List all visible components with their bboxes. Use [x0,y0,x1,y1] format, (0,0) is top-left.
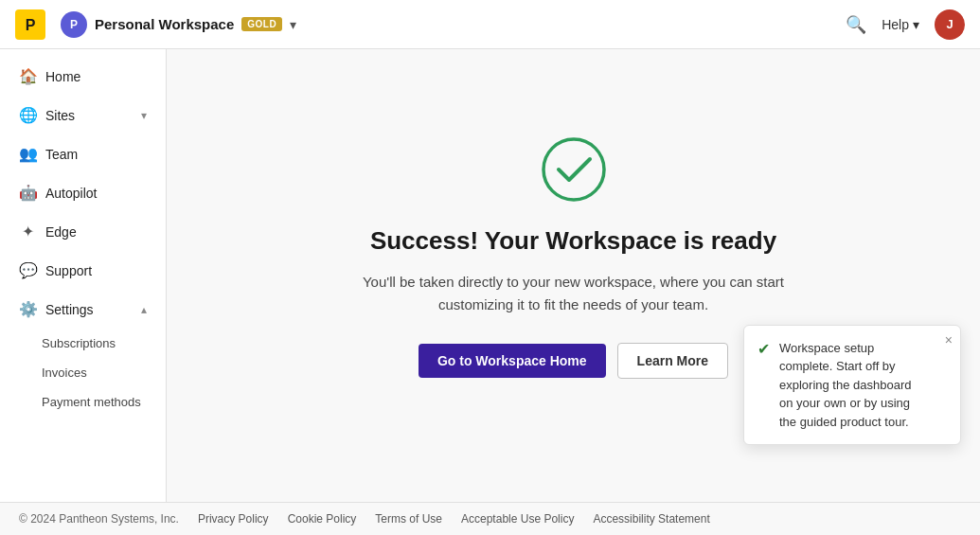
sidebar-label-support: Support [45,263,92,278]
sidebar-label-autopilot: Autopilot [45,186,97,201]
footer-cookie-policy[interactable]: Cookie Policy [288,512,357,526]
footer-copyright: © 2024 Pantheon Systems, Inc. [19,512,179,526]
sidebar-label-edge: Edge [45,224,77,240]
sidebar-item-settings-left: ⚙️ Settings [19,300,94,318]
footer-privacy-policy[interactable]: Privacy Policy [198,512,269,526]
footer-acceptable-use[interactable]: Acceptable Use Policy [461,512,574,526]
toast-close-button[interactable]: × [945,333,953,347]
home-icon: 🏠 [19,67,36,85]
autopilot-icon: 🤖 [19,184,36,202]
sidebar-label-settings: Settings [45,302,94,317]
edge-icon: ✦ [19,223,36,241]
workspace-name: Personal Workspace [95,16,234,32]
sites-icon: 🌐 [19,106,36,124]
search-icon[interactable]: 🔍 [846,14,866,35]
sidebar-item-team[interactable]: 👥 Team [4,135,162,172]
workspace-chevron-icon[interactable]: ▾ [290,17,296,32]
invoices-label: Invoices [42,366,87,380]
svg-text:P: P [26,17,36,33]
success-icon-container [540,135,608,207]
sidebar-item-edge[interactable]: ✦ Edge [4,213,162,250]
header-right: 🔍 Help ▾ J [846,9,965,40]
success-checkmark-icon [540,135,608,204]
layout: 🏠 Home 🌐 Sites ▾ 👥 Team 🤖 Autopilot ✦ Ed… [0,49,980,502]
main-content: Success! Your Workspace is ready You'll … [167,49,980,502]
settings-icon: ⚙️ [19,300,36,318]
team-icon: 👥 [19,145,36,163]
sidebar-item-support[interactable]: 💬 Support [4,252,162,289]
header: P P Personal Workspace GOLD ▾ 🔍 Help ▾ J [0,0,980,49]
sidebar-item-sites[interactable]: 🌐 Sites ▾ [4,97,162,134]
success-title: Success! Your Workspace is ready [370,226,776,256]
footer-terms-of-use[interactable]: Terms of Use [375,512,442,526]
sidebar-item-settings[interactable]: ⚙️ Settings ▴ [4,291,162,328]
sidebar-label-team: Team [45,147,78,162]
sidebar-label-sites: Sites [45,108,75,123]
user-avatar[interactable]: J [935,9,965,40]
payment-methods-label: Payment methods [42,395,141,409]
action-buttons: Go to Workspace Home Learn More [419,343,728,379]
sidebar-item-autopilot[interactable]: 🤖 Autopilot [4,174,162,211]
toast-check-icon: ✔ [757,340,770,358]
pantheon-logo: P [15,9,45,40]
sidebar-item-invoices[interactable]: Invoices [0,358,166,387]
sidebar-item-home[interactable]: 🏠 Home [4,58,162,95]
logo[interactable]: P [15,9,45,40]
svg-point-2 [543,139,604,200]
help-chevron-icon: ▾ [913,17,919,32]
footer: © 2024 Pantheon Systems, Inc. Privacy Po… [0,502,980,535]
learn-more-button[interactable]: Learn More [617,343,728,379]
success-description: You'll be taken directly to your new wor… [347,271,801,316]
sidebar-label-home: Home [45,69,80,84]
workspace-selector[interactable]: P Personal Workspace GOLD ▾ [61,11,846,38]
workspace-avatar: P [61,11,87,38]
gold-badge: GOLD [241,17,282,31]
sidebar-item-sites-left: 🌐 Sites [19,106,75,124]
footer-accessibility[interactable]: Accessibility Statement [593,512,709,526]
sidebar-item-subscriptions[interactable]: Subscriptions [0,329,166,358]
toast-message: Workspace setup complete. Start off by e… [779,339,926,432]
support-icon: 💬 [19,261,36,279]
help-button[interactable]: Help ▾ [882,17,919,32]
sidebar: 🏠 Home 🌐 Sites ▾ 👥 Team 🤖 Autopilot ✦ Ed… [0,49,167,502]
help-label: Help [882,17,909,32]
toast-notification: ✔ Workspace setup complete. Start off by… [743,325,961,446]
sidebar-item-payment-methods[interactable]: Payment methods [0,387,166,417]
settings-chevron-icon: ▴ [141,303,147,316]
subscriptions-label: Subscriptions [42,336,116,350]
go-to-workspace-button[interactable]: Go to Workspace Home [419,344,606,378]
sites-chevron-icon: ▾ [141,109,147,122]
